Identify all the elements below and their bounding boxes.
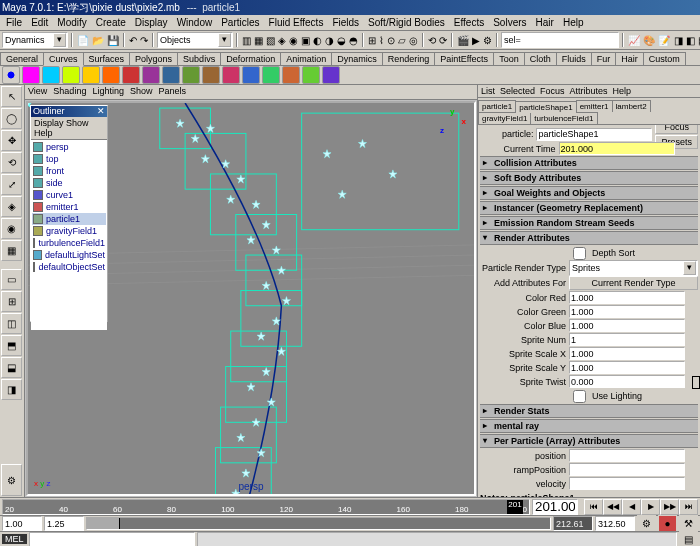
layout1-icon[interactable]: ◫ xyxy=(1,313,22,334)
manip-tool-icon[interactable]: ◈ xyxy=(1,196,22,217)
mask-btn[interactable]: ▥ xyxy=(241,31,252,49)
section-collision[interactable]: Collision Attributes xyxy=(480,156,698,170)
outliner-menu[interactable]: Display Show Help xyxy=(31,117,107,140)
file-save-icon[interactable]: 💾 xyxy=(106,31,120,49)
render-type-dropdown[interactable]: Sprites xyxy=(569,260,698,276)
goto-start-icon[interactable]: ⏮ xyxy=(584,499,603,515)
tool-settings-icon[interactable]: ⚙ xyxy=(1,464,22,496)
shelf-offset-icon[interactable] xyxy=(262,66,280,84)
attr-tab-emitter1[interactable]: emitter1 xyxy=(576,100,613,112)
view-axis-gizmo[interactable]: x y z xyxy=(440,109,466,135)
sprite-twist-slider[interactable] xyxy=(692,380,694,383)
section-perparticle[interactable]: Per Particle (Array) Attributes xyxy=(480,434,698,448)
close-icon[interactable]: ✕ xyxy=(97,106,105,117)
viewport[interactable]: Outliner✕ Display Show Help persptopfron… xyxy=(26,101,476,496)
section-softbody[interactable]: Soft Body Attributes xyxy=(480,171,698,185)
attrmenu-focus[interactable]: Focus xyxy=(540,86,565,96)
viewmenu-lighting[interactable]: Lighting xyxy=(92,86,124,98)
viewmenu-show[interactable]: Show xyxy=(130,86,153,98)
mask-btn[interactable]: ◒ xyxy=(336,31,347,49)
shelf-tab-curves[interactable]: Curves xyxy=(43,52,84,66)
mask-btn[interactable]: ▧ xyxy=(265,31,276,49)
command-input[interactable] xyxy=(29,532,195,547)
section-instancer[interactable]: Instancer (Geometry Replacement) xyxy=(480,201,698,215)
rotate-tool-icon[interactable]: ⟲ xyxy=(1,152,22,173)
selection-field[interactable] xyxy=(501,32,619,48)
shelf-tab-dynamics[interactable]: Dynamics xyxy=(331,52,383,65)
menu-modify[interactable]: Modify xyxy=(53,17,90,28)
range-start-field[interactable] xyxy=(2,516,42,531)
shelf-square-icon[interactable] xyxy=(22,66,40,84)
add-attr-button[interactable]: Current Render Type xyxy=(569,276,698,290)
playback-end-field[interactable] xyxy=(553,516,593,531)
render-icon[interactable]: 🎬 xyxy=(456,31,470,49)
attr-tab-particle1[interactable]: particle1 xyxy=(478,100,516,112)
viewmenu-panels[interactable]: Panels xyxy=(158,86,186,98)
redo-icon[interactable]: ↷ xyxy=(139,31,149,49)
snap-live-icon[interactable]: ◎ xyxy=(408,31,419,49)
section-emrandom[interactable]: Emission Random Stream Seeds xyxy=(480,216,698,230)
mask-btn[interactable]: ◈ xyxy=(277,31,287,49)
shelf-tab-general[interactable]: General xyxy=(0,52,44,65)
shelf-tab-rendering[interactable]: Rendering xyxy=(382,52,436,65)
menu-fluideffects[interactable]: Fluid Effects xyxy=(265,17,328,28)
anim-prefs-icon[interactable]: ⚙ xyxy=(637,515,656,533)
attrmenu-attributes[interactable]: Attributes xyxy=(570,86,608,96)
menu-create[interactable]: Create xyxy=(92,17,130,28)
menu-particles[interactable]: Particles xyxy=(217,17,263,28)
attr-tab-turbulencefield1[interactable]: turbulenceField1 xyxy=(530,112,597,124)
attr-tab-gravityfield1[interactable]: gravityField1 xyxy=(478,112,531,124)
section-renderstats[interactable]: Render Stats xyxy=(480,404,698,418)
outliner-item[interactable]: defaultObjectSet xyxy=(32,261,106,273)
script-editor-button[interactable]: ▤ xyxy=(679,530,698,546)
attrmenu-selected[interactable]: Selected xyxy=(500,86,535,96)
depth-sort-checkbox[interactable] xyxy=(573,247,586,260)
outliner-item[interactable]: particle1 xyxy=(32,213,106,225)
menu-effects[interactable]: Effects xyxy=(450,17,488,28)
shelf-curve2-icon[interactable] xyxy=(82,66,100,84)
shelf-cut-icon[interactable] xyxy=(222,66,240,84)
step-back-icon[interactable]: ◀◀ xyxy=(603,499,622,515)
move-tool-icon[interactable]: ✥ xyxy=(1,130,22,151)
node-name-field[interactable] xyxy=(536,128,652,141)
viewmenu-shading[interactable]: Shading xyxy=(53,86,86,98)
shelf-extend-icon[interactable] xyxy=(302,66,320,84)
section-render[interactable]: Render Attributes xyxy=(480,231,698,245)
last-tool-icon[interactable]: ▦ xyxy=(1,240,22,261)
menu-display[interactable]: Display xyxy=(131,17,172,28)
shelf-ellipse-icon[interactable] xyxy=(42,66,60,84)
play-back-icon[interactable]: ◀ xyxy=(622,499,641,515)
shelf-cv-icon[interactable] xyxy=(102,66,120,84)
sprite-scaley-field[interactable] xyxy=(569,361,685,374)
undo-icon[interactable]: ↶ xyxy=(128,31,138,49)
outliner-item[interactable]: defaultLightSet xyxy=(32,249,106,261)
shelf-pencil-icon[interactable] xyxy=(142,66,160,84)
timeline[interactable]: 20406080100120140160180200 201 xyxy=(2,499,530,515)
shelf-tab-deformation[interactable]: Deformation xyxy=(220,52,281,65)
current-frame-field[interactable] xyxy=(532,499,578,515)
mask-btn[interactable]: ◓ xyxy=(348,31,359,49)
attr-tab-particleshape1[interactable]: particleShape1 xyxy=(515,101,576,113)
lasso-tool-icon[interactable]: ◯ xyxy=(1,108,22,129)
shelf-reverse-icon[interactable] xyxy=(322,66,340,84)
section-goal[interactable]: Goal Weights and Objects xyxy=(480,186,698,200)
outliner-item[interactable]: side xyxy=(32,177,106,189)
shelf-tab-subdivs[interactable]: Subdivs xyxy=(177,52,221,65)
snap-curve-icon[interactable]: ⌇ xyxy=(378,31,385,49)
shelf-tab-custom[interactable]: Custom xyxy=(643,52,686,65)
menu-edit[interactable]: Edit xyxy=(27,17,52,28)
play-fwd-icon[interactable]: ▶ xyxy=(641,499,660,515)
menu-solvers[interactable]: Solvers xyxy=(489,17,530,28)
select-tool-icon[interactable]: ↖ xyxy=(1,86,22,107)
shelf-tab-fluids[interactable]: Fluids xyxy=(556,52,592,65)
snap-point-icon[interactable]: ⊙ xyxy=(386,31,396,49)
outliner-item[interactable]: curve1 xyxy=(32,189,106,201)
current-time-field[interactable] xyxy=(559,142,675,155)
playback-start-field[interactable] xyxy=(44,516,84,531)
shelf-tab-surfaces[interactable]: Surfaces xyxy=(83,52,131,65)
mask-btn[interactable]: ▣ xyxy=(300,31,311,49)
attrmenu-help[interactable]: Help xyxy=(613,86,632,96)
layout2-icon[interactable]: ⬒ xyxy=(1,335,22,356)
shelf-tab-cloth[interactable]: Cloth xyxy=(524,52,557,65)
shelf-align-icon[interactable] xyxy=(202,66,220,84)
